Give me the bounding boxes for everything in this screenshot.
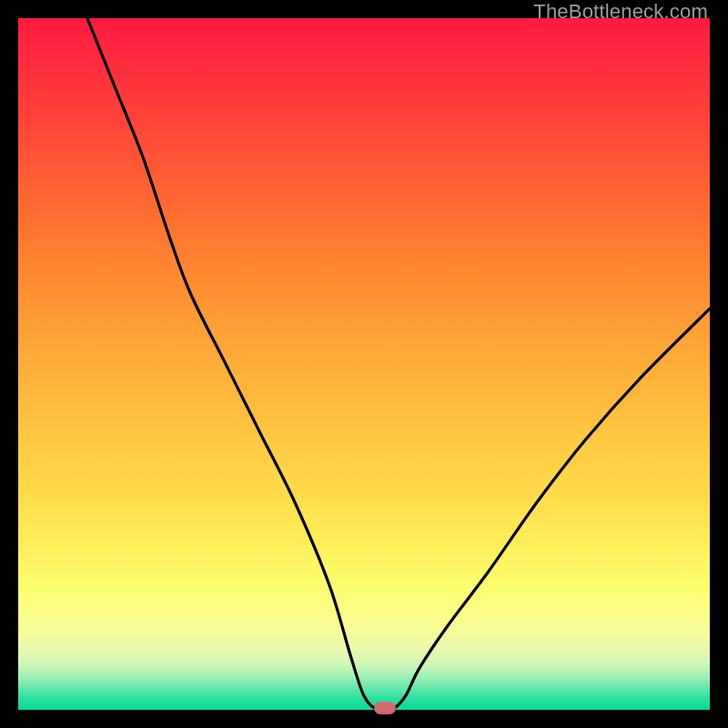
bottleneck-curve-path [87,18,710,712]
watermark-text: TheBottleneck.com [533,0,708,24]
chart-plot-area [18,18,710,710]
bottleneck-curve [18,18,710,710]
chart-frame: TheBottleneck.com [0,0,728,728]
optimum-marker [374,702,396,714]
